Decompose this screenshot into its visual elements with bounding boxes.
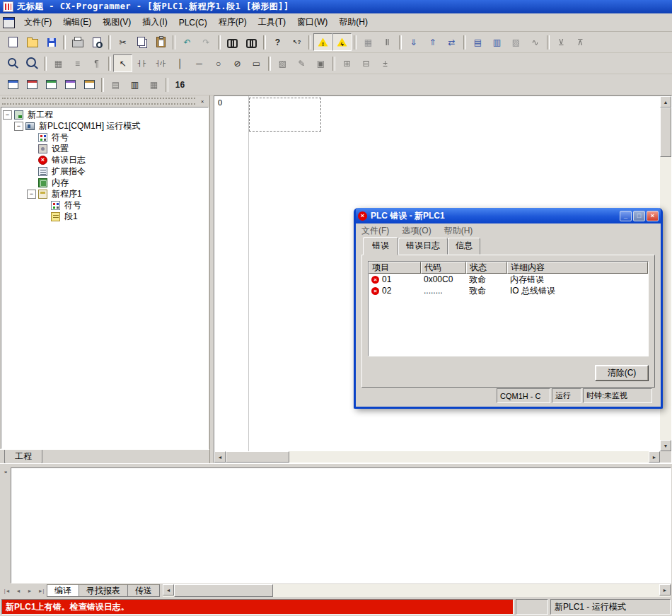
error-row[interactable]: 02 ........ 致命 IO 总线错误 <box>369 285 648 296</box>
force-off-button[interactable]: ⊼ <box>571 33 590 51</box>
cut-button[interactable]: ✂ <box>113 33 132 51</box>
close-icon[interactable]: × <box>197 97 207 105</box>
tree-item-project[interactable]: − 新工程 <box>1 109 208 120</box>
differential-monitor-button[interactable]: ▨ <box>506 33 526 51</box>
upload-button[interactable]: ⇑ <box>423 33 442 51</box>
mdi-child-icon[interactable] <box>3 17 15 28</box>
zoom-in-button[interactable] <box>4 54 23 72</box>
menu-window[interactable]: 窗口(W) <box>291 14 333 30</box>
tree-item-settings[interactable]: 设置 <box>1 143 208 154</box>
view-symbols-button[interactable] <box>42 76 61 93</box>
tab-scroll-right-icon[interactable]: ► <box>24 584 35 597</box>
open-button[interactable] <box>23 33 42 51</box>
force-on-button[interactable]: ⊻ <box>552 33 571 51</box>
maximize-button[interactable]: □ <box>633 211 645 221</box>
tree-item-symbols[interactable]: 符号 <box>1 132 208 143</box>
program-check-button[interactable] <box>313 33 332 51</box>
new-closed-contact-button[interactable]: ┤/├ <box>151 54 170 72</box>
menu-insert[interactable]: 插入(I) <box>137 14 173 30</box>
memory-window-button[interactable]: ▦ <box>144 76 163 93</box>
menu-help[interactable]: 帮助(H) <box>333 14 373 30</box>
print-preview-button[interactable] <box>87 33 106 51</box>
tab-project[interactable]: 工程 <box>4 450 42 465</box>
new-closed-coil-button[interactable]: ⊘ <box>228 54 247 72</box>
zoom-out-button[interactable] <box>23 54 42 72</box>
show-rung-comments-button[interactable]: ¶ <box>87 54 106 72</box>
paste-button[interactable] <box>151 33 170 51</box>
menu-view[interactable]: 视图(V) <box>97 14 137 30</box>
time-chart-button[interactable]: ∿ <box>526 33 545 51</box>
save-button[interactable] <box>42 33 61 51</box>
scroll-right-icon[interactable]: ► <box>659 584 671 595</box>
redo-button[interactable]: ↷ <box>197 33 216 51</box>
copy-button[interactable] <box>132 33 151 51</box>
pause-monitor-button[interactable]: ‖ <box>378 33 397 51</box>
tab-scroll-first-icon[interactable]: |◄ <box>1 584 13 597</box>
tree-item-section1[interactable]: 段1 <box>1 211 208 222</box>
grid-button[interactable]: ▦ <box>49 54 68 72</box>
compare-button[interactable]: ⇄ <box>442 33 461 51</box>
menu-plc[interactable]: PLC(C) <box>173 16 213 30</box>
tab-errors[interactable]: 错误 <box>363 237 398 255</box>
collapse-icon[interactable]: − <box>3 110 12 120</box>
ladder-hscrollbar[interactable]: ◄ ► <box>214 451 660 463</box>
panel-grip[interactable]: × <box>0 95 209 107</box>
differentiate-down-button[interactable]: ⊟ <box>357 54 376 72</box>
header-detail[interactable]: 详细内容 <box>507 262 648 274</box>
view-cross-reference-button[interactable] <box>61 76 80 93</box>
dialog-titlebar[interactable]: PLC 错误 - 新PLC1 _ □ × <box>356 208 661 223</box>
minimize-button[interactable]: _ <box>620 211 632 221</box>
find-replace-button[interactable] <box>242 33 261 51</box>
tree-item-plc[interactable]: − 新PLC1[CQM1H] 运行模式 <box>1 120 208 132</box>
select-tool-button[interactable]: ↖ <box>113 54 132 72</box>
dialog-menu-options[interactable]: 选项(O) <box>402 225 431 237</box>
text-size-16-button[interactable]: 16 <box>170 76 190 93</box>
horizontal-line-button[interactable]: ─ <box>190 54 209 72</box>
header-status[interactable]: 状态 <box>466 262 507 274</box>
help-button[interactable]: ? <box>268 33 287 51</box>
scroll-thumb[interactable] <box>660 107 671 157</box>
ladder-monitor-button[interactable]: ▦ <box>359 33 378 51</box>
new-instruction-button[interactable]: ▭ <box>247 54 266 72</box>
edit-io-comment-button[interactable]: ▧ <box>273 54 292 72</box>
tree-item-program-symbols[interactable]: 符号 <box>1 199 208 211</box>
tab-compile[interactable]: 编译 <box>47 584 79 597</box>
tree-item-expansion-instructions[interactable]: 扩展指令 <box>1 165 208 177</box>
differentiate-up-button[interactable]: ⊞ <box>337 54 357 72</box>
scroll-track[interactable] <box>226 451 649 463</box>
tree-item-memory[interactable]: 内存 <box>1 177 208 188</box>
error-row[interactable]: 01 0x00C0 致命 内存错误 <box>369 274 648 285</box>
menu-program[interactable]: 程序(P) <box>213 14 253 30</box>
tab-transfer[interactable]: 传送 <box>127 584 160 597</box>
output-window-button[interactable]: ▥ <box>125 76 144 93</box>
online-edit-compile-button[interactable] <box>332 33 352 51</box>
view-ladder-button[interactable] <box>23 76 42 93</box>
show-comments-button[interactable]: ≡ <box>68 54 87 72</box>
tab-find-report[interactable]: 寻找报表 <box>79 584 128 597</box>
scroll-track[interactable] <box>174 584 659 597</box>
menu-tools[interactable]: 工具(T) <box>253 14 291 30</box>
clear-button[interactable]: 清除(C) <box>595 365 649 381</box>
scroll-thumb[interactable] <box>226 451 289 463</box>
new-contact-button[interactable]: ┤├ <box>132 54 151 72</box>
scroll-left-icon[interactable]: ◄ <box>214 451 226 463</box>
drag-handle-icon[interactable] <box>2 98 195 105</box>
header-code[interactable]: 代码 <box>421 262 466 274</box>
tab-scroll-left-icon[interactable]: ◄ <box>13 584 24 597</box>
scroll-up-icon[interactable]: ▲ <box>660 96 671 107</box>
tree-item-program[interactable]: − 新程序1 <box>1 188 208 199</box>
close-icon[interactable]: × <box>1 467 11 476</box>
watch-window-button[interactable]: ▤ <box>106 76 125 93</box>
collapse-icon[interactable]: − <box>14 122 23 131</box>
scroll-thumb[interactable] <box>174 584 273 597</box>
monitor-clock-button[interactable]: ▥ <box>487 33 506 51</box>
monitor-button[interactable]: ▤ <box>468 33 487 51</box>
view-mnemonics-button[interactable] <box>4 76 23 93</box>
immediate-refresh-button[interactable]: ▣ <box>311 54 330 72</box>
edit-rung-comment-button[interactable]: ✎ <box>292 54 311 72</box>
scroll-right-icon[interactable]: ► <box>649 451 660 463</box>
scroll-down-icon[interactable]: ▼ <box>660 440 671 451</box>
dialog-menu-file[interactable]: 文件(F) <box>361 225 389 237</box>
menu-edit[interactable]: 编辑(E) <box>57 14 97 30</box>
tab-error-log[interactable]: 错误日志 <box>398 238 448 255</box>
